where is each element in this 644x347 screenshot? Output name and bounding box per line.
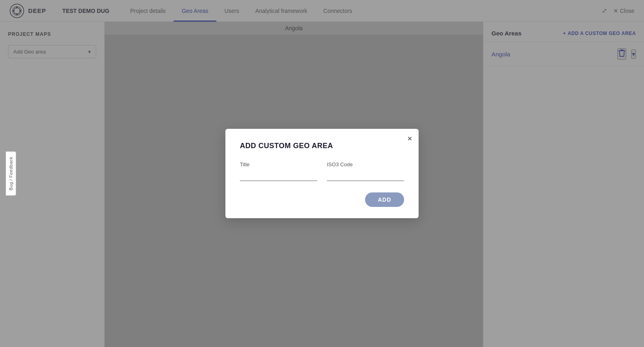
iso3-field: ISO3 Code: [327, 161, 404, 181]
iso3-input[interactable]: [327, 171, 404, 181]
feedback-tab[interactable]: Bug / Feedback: [6, 151, 16, 196]
title-input[interactable]: [240, 171, 317, 181]
iso3-field-label: ISO3 Code: [327, 161, 404, 167]
title-field-label: Title: [240, 161, 317, 167]
modal-fields: Title ISO3 Code: [240, 161, 404, 181]
modal-add-button[interactable]: ADD: [365, 192, 404, 207]
modal-title: ADD CUSTOM GEO AREA: [240, 142, 404, 150]
modal-footer: ADD: [240, 192, 404, 207]
modal-overlay: × ADD CUSTOM GEO AREA Title ISO3 Code AD…: [0, 0, 644, 347]
title-field: Title: [240, 161, 317, 181]
add-custom-geo-area-modal: × ADD CUSTOM GEO AREA Title ISO3 Code AD…: [225, 129, 419, 218]
modal-close-button[interactable]: ×: [407, 134, 412, 143]
